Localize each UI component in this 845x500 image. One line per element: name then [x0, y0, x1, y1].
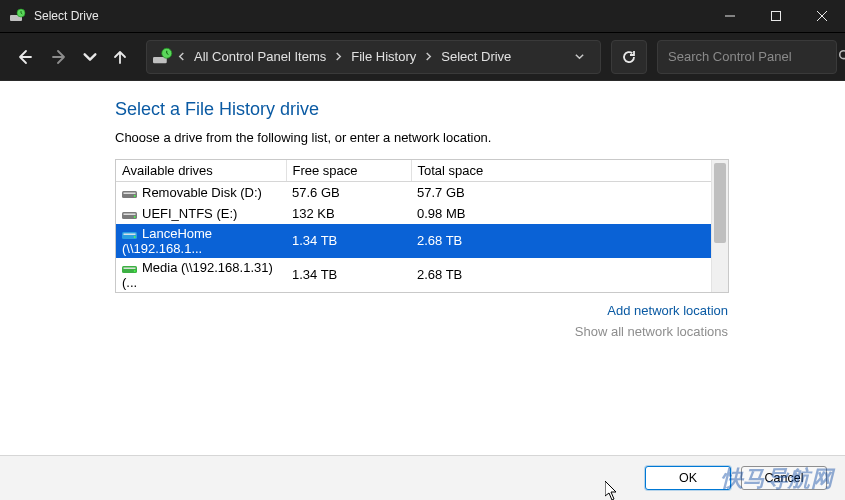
svg-rect-10 — [124, 214, 136, 215]
svg-rect-6 — [122, 191, 137, 198]
chevron-right-icon[interactable] — [424, 49, 433, 64]
back-button[interactable] — [8, 41, 40, 73]
svg-rect-9 — [122, 212, 137, 219]
crumb-label: All Control Panel Items — [194, 49, 326, 64]
crumb-label: File History — [351, 49, 416, 64]
svg-rect-16 — [124, 268, 136, 269]
svg-rect-12 — [122, 232, 137, 239]
col-total-space[interactable]: Total space — [411, 160, 713, 182]
minimize-button[interactable] — [707, 0, 753, 33]
svg-rect-13 — [124, 234, 136, 235]
drive-free: 1.34 TB — [286, 258, 411, 292]
page-subtext: Choose a drive from the following list, … — [115, 130, 845, 145]
add-network-location-link[interactable]: Add network location — [607, 303, 728, 318]
vertical-scrollbar[interactable] — [711, 160, 728, 292]
ok-button[interactable]: OK — [645, 466, 731, 490]
crumb-file-history[interactable]: File History — [347, 49, 420, 64]
search-icon — [838, 49, 845, 65]
title-bar: Select Drive — [0, 0, 845, 33]
svg-point-8 — [134, 195, 136, 197]
drive-icon — [122, 263, 138, 273]
address-bar[interactable]: All Control Panel Items File History Sel… — [146, 40, 601, 74]
svg-point-14 — [134, 236, 136, 238]
drive-icon — [122, 188, 138, 198]
drives-list: Available drives Free space Total space … — [115, 159, 729, 293]
show-all-network-locations-link[interactable]: Show all network locations — [115, 324, 728, 339]
footer-bar: OK Cancel — [0, 455, 845, 500]
close-button[interactable] — [799, 0, 845, 33]
col-free-space[interactable]: Free space — [286, 160, 411, 182]
drive-icon — [122, 209, 138, 219]
svg-rect-2 — [772, 12, 781, 21]
address-dropdown-button[interactable] — [564, 51, 594, 62]
table-row[interactable]: LanceHome (\\192.168.1...1.34 TB2.68 TB — [116, 224, 713, 258]
col-available-drives[interactable]: Available drives — [116, 160, 286, 182]
forward-button[interactable] — [44, 41, 76, 73]
table-row[interactable]: Media (\\192.168.1.31) (...1.34 TB2.68 T… — [116, 258, 713, 292]
table-row[interactable]: UEFI_NTFS (E:)132 KB0.98 MB — [116, 203, 713, 224]
refresh-button[interactable] — [611, 40, 647, 74]
drive-total: 57.7 GB — [411, 182, 713, 203]
crumb-all-control-panel-items[interactable]: All Control Panel Items — [190, 49, 330, 64]
drive-name: Media (\\192.168.1.31) (... — [122, 260, 273, 290]
crumb-label: Select Drive — [441, 49, 511, 64]
drive-name: UEFI_NTFS (E:) — [142, 206, 237, 221]
chevron-right-icon[interactable] — [334, 49, 343, 64]
crumb-select-drive[interactable]: Select Drive — [437, 49, 515, 64]
cancel-button[interactable]: Cancel — [741, 466, 827, 490]
search-box[interactable] — [657, 40, 837, 74]
drive-free: 1.34 TB — [286, 224, 411, 258]
drive-icon — [122, 229, 138, 239]
drive-total: 2.68 TB — [411, 224, 713, 258]
drive-free: 57.6 GB — [286, 182, 411, 203]
file-history-app-icon — [10, 8, 26, 24]
drive-name: Removable Disk (D:) — [142, 185, 262, 200]
svg-point-11 — [134, 216, 136, 218]
table-row[interactable]: Removable Disk (D:)57.6 GB57.7 GB — [116, 182, 713, 203]
svg-rect-7 — [124, 193, 136, 194]
table-header-row: Available drives Free space Total space — [116, 160, 713, 182]
drive-total: 0.98 MB — [411, 203, 713, 224]
chevron-left-icon[interactable] — [177, 49, 186, 64]
recent-locations-button[interactable] — [80, 41, 100, 73]
svg-rect-15 — [122, 266, 137, 273]
drive-total: 2.68 TB — [411, 258, 713, 292]
maximize-button[interactable] — [753, 0, 799, 33]
page-heading: Select a File History drive — [115, 99, 845, 120]
svg-point-17 — [134, 270, 136, 272]
window-title: Select Drive — [34, 9, 99, 23]
location-icon — [153, 47, 173, 67]
svg-point-5 — [840, 50, 845, 58]
content-area: Select a File History drive Choose a dri… — [0, 81, 845, 500]
drive-free: 132 KB — [286, 203, 411, 224]
scrollbar-thumb[interactable] — [714, 163, 726, 243]
nav-bar: All Control Panel Items File History Sel… — [0, 33, 845, 81]
up-button[interactable] — [104, 41, 136, 73]
search-input[interactable] — [666, 48, 838, 65]
